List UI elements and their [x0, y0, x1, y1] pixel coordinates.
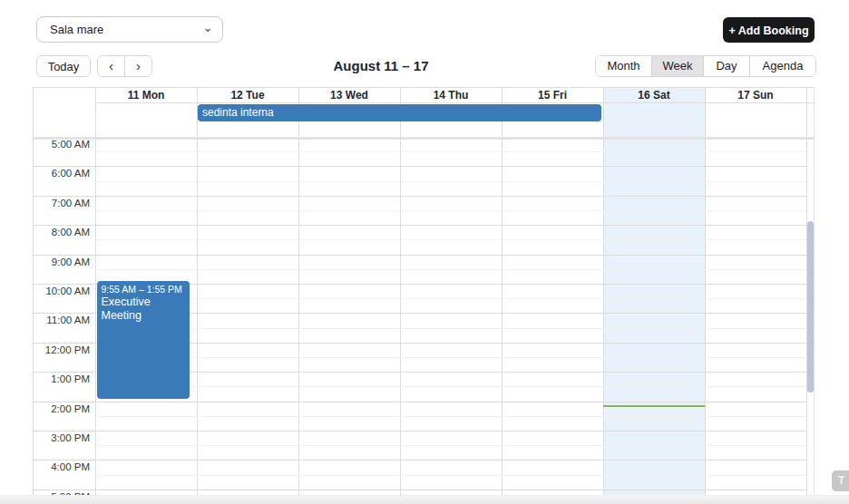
corner-overlay-button[interactable]: T — [832, 470, 849, 491]
view-button-month[interactable]: Month — [596, 56, 652, 76]
room-select-value: Sala mare — [50, 23, 103, 36]
allday-event[interactable]: sedinta interna — [198, 104, 601, 121]
time-label: 1:00 PM — [34, 373, 90, 385]
half-hour-line — [95, 151, 806, 152]
time-label: 6:00 AM — [34, 168, 90, 179]
view-button-day[interactable]: Day — [704, 56, 750, 76]
time-label: 2:00 PM — [34, 403, 90, 415]
hour-line — [34, 196, 806, 197]
hour-line — [34, 431, 806, 431]
view-switcher: MonthWeekDayAgenda — [595, 55, 816, 77]
half-hour-line — [95, 357, 806, 358]
day-header-1[interactable]: 11 Mon — [95, 88, 197, 102]
prev-button[interactable]: ‹ — [98, 56, 125, 76]
hour-line — [34, 489, 806, 490]
add-booking-button[interactable]: + Add Booking — [723, 17, 815, 43]
today-button[interactable]: Today — [36, 55, 91, 77]
hour-line — [34, 166, 806, 167]
half-hour-line — [95, 475, 806, 476]
half-hour-line — [95, 445, 806, 446]
half-hour-line — [95, 298, 806, 299]
hour-line — [34, 255, 806, 256]
time-label: 10:00 AM — [34, 286, 90, 297]
view-button-agenda[interactable]: Agenda — [750, 56, 815, 76]
day-header-5[interactable]: 15 Fri — [502, 88, 603, 102]
half-hour-line — [95, 386, 806, 387]
hour-line — [34, 460, 806, 460]
next-button[interactable]: › — [125, 56, 151, 76]
hour-line — [34, 402, 806, 402]
day-header-2[interactable]: 12 Tue — [197, 88, 298, 102]
time-grid[interactable]: 5:00 AM6:00 AM7:00 AM8:00 AM9:00 AM10:00… — [34, 140, 815, 495]
time-label: 11:00 AM — [34, 315, 90, 326]
half-hour-line — [95, 181, 806, 182]
bottom-edge-bar — [0, 495, 849, 504]
day-header-4[interactable]: 14 Thu — [400, 88, 502, 102]
time-label: 5:00 AM — [34, 140, 90, 150]
current-time-line — [603, 405, 705, 407]
timed-event-time: 9:55 AM – 1:55 PM — [102, 283, 185, 296]
day-header-6[interactable]: 16 Sat — [603, 88, 705, 102]
half-hour-line — [95, 328, 806, 329]
view-button-week[interactable]: Week — [652, 56, 704, 76]
time-label: 8:00 AM — [34, 227, 90, 238]
time-label: 7:00 AM — [34, 198, 90, 209]
timed-event-title: Executive Meeting — [102, 296, 185, 323]
calendar-title: August 11 – 17 — [272, 55, 490, 77]
time-label: 12:00 PM — [34, 344, 90, 356]
hour-line — [34, 225, 806, 226]
half-hour-line — [95, 210, 806, 211]
allday-event-title: sedinta interna — [202, 106, 274, 119]
half-hour-line — [95, 416, 806, 417]
nav-arrows-group: ‹ › — [97, 55, 152, 77]
chevron-down-icon: ⌄ — [202, 15, 213, 40]
day-header-3[interactable]: 13 Wed — [298, 88, 400, 102]
timed-event[interactable]: 9:55 AM – 1:55 PMExecutive Meeting — [97, 281, 190, 399]
time-label: 3:00 PM — [34, 432, 90, 444]
half-hour-line — [95, 239, 806, 240]
calendar-grid: 11 Mon12 Tue13 Wed14 Thu15 Fri16 Sat17 S… — [33, 87, 815, 495]
header-bottom-line — [95, 102, 815, 103]
vertical-scrollbar-thumb[interactable] — [807, 221, 814, 393]
room-select[interactable]: Sala mare ⌄ — [36, 16, 223, 43]
time-label: 9:00 AM — [34, 257, 90, 268]
day-header-7[interactable]: 17 Sun — [705, 88, 806, 102]
half-hour-line — [95, 269, 806, 270]
time-label: 4:00 PM — [34, 461, 90, 473]
